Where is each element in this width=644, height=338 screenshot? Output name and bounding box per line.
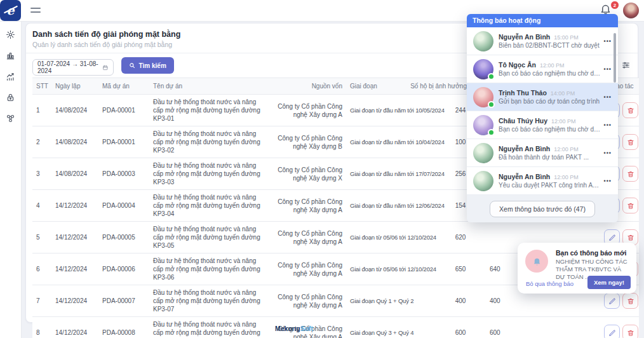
table-cell: Đầu tư hệ thống thoát nước và nâng cấp m… — [149, 254, 270, 285]
table-cell: Giai đoạn từ đầu năm tới 10/05/2024 — [346, 95, 435, 126]
more-options-button[interactable]: ••• — [604, 38, 612, 44]
table-cell: 14/08/2024 — [51, 95, 98, 126]
toast-title: Bạn có thông báo mới — [556, 249, 626, 257]
more-options-button[interactable]: ••• — [604, 94, 612, 100]
sidebar-item-analytics[interactable] — [0, 69, 21, 84]
bar-chart-icon — [6, 51, 15, 60]
sliders-icon — [622, 61, 630, 69]
notification-item[interactable]: Nguyễn An Bình15:00 PMBiên bản 02/BBNT-B… — [467, 27, 618, 55]
app-logo[interactable]: e — [0, 0, 21, 21]
table-cell: Đầu tư hệ thống thoát nước và nâng cấp m… — [149, 317, 270, 338]
table-cell: PDA-00001 — [98, 95, 149, 126]
date-range-value: 01-07-2024 → 31-08-2024 — [37, 60, 102, 74]
notification-item[interactable]: Nguyễn An Bình12:00 PMYêu cầu duyệt PAKT… — [467, 167, 618, 195]
toast-notification: Bạn có thông báo mới NGHIỆM THU CÔNG TÁC… — [518, 243, 636, 294]
table-cell: PDA-00007 — [98, 285, 149, 317]
calendar-icon — [102, 64, 109, 71]
search-button[interactable]: Tìm kiếm — [121, 57, 173, 74]
table-cell: Công ty Cổ phần Công nghệ Xây dựng A — [270, 222, 346, 254]
notification-time: 12:00 PM — [540, 62, 565, 69]
table-cell: PDA-00006 — [98, 254, 149, 285]
table-cell: 600 — [435, 317, 486, 338]
edit-button[interactable] — [604, 293, 620, 309]
notification-message: Bạn có báo cáo nghiệm thu chờ duyệt — [499, 70, 601, 77]
table-cell: Đầu tư hệ thống thoát nước và nâng cấp m… — [149, 126, 270, 158]
more-options-button[interactable]: ••• — [604, 178, 612, 184]
sidebar-item-reports[interactable] — [0, 48, 21, 63]
table-cell: Công ty Cổ phần Công nghệ Xây dựng B — [270, 126, 346, 158]
user-avatar[interactable] — [623, 3, 639, 18]
lock-icon — [6, 93, 15, 102]
delete-button[interactable] — [622, 293, 638, 309]
delete-button[interactable] — [622, 134, 638, 150]
notification-message: Gửi bạn báo cáo dự toán công trình — [499, 98, 601, 105]
edit-button[interactable] — [604, 325, 620, 338]
table-cell: 640 — [486, 254, 516, 285]
table-cell: 2 — [32, 126, 51, 158]
table-cell: 14/12/2024 — [51, 222, 98, 254]
scrollbar-thumb[interactable] — [614, 33, 616, 83]
more-options-button[interactable]: ••• — [604, 122, 612, 128]
notification-sender: Nguyễn An Bình — [499, 33, 550, 41]
sidebar-item-security[interactable] — [0, 90, 21, 105]
table-cell: Đầu tư hệ thống thoát nước và nâng cấp m… — [149, 222, 270, 254]
delete-button[interactable] — [622, 325, 638, 338]
notification-time: 12:00 PM — [554, 174, 579, 180]
notification-message: Bạn có báo cáo nghiệm thu chờ duyệt — [499, 126, 601, 133]
notification-avatar — [473, 143, 493, 163]
table-cell: 1 — [32, 95, 51, 126]
brand-primary: Mekong — [275, 325, 300, 332]
more-options-button[interactable]: ••• — [604, 150, 612, 156]
table-cell: PDA-00003 — [98, 158, 149, 190]
notification-panel: Thông báo hoạt động Nguyễn An Bình15:00 … — [467, 14, 618, 222]
table-cell: Đầu tư hệ thống thoát nước và nâng cấp m… — [149, 285, 270, 317]
column-header: Tên dự án — [149, 78, 270, 95]
table-cell: Giai đoạn từ đầu năm tới 10/04/2024 — [346, 126, 435, 158]
gear-icon — [6, 30, 15, 39]
table-settings-button[interactable] — [622, 61, 630, 69]
table-cell: Công ty Cổ phần Công nghệ Xây dựng X — [270, 158, 346, 190]
table-cell: 14/08/2024 — [51, 158, 98, 190]
table-cell: 7 — [32, 285, 51, 317]
notification-item[interactable]: Tô Ngọc Ân12:00 PMBạn có báo cáo nghiệm … — [467, 55, 618, 83]
view-now-button[interactable]: Xem ngay! — [587, 276, 631, 289]
notification-item[interactable]: Trịnh Thu Thảo14:00 PMGửi bạn báo cáo dự… — [467, 83, 618, 111]
table-cell: 8 — [32, 317, 51, 338]
table-cell: Công ty Cổ phần Công nghệ Xây dựng A — [270, 190, 346, 222]
table-cell: 14/12/2024 — [51, 190, 98, 222]
delete-button[interactable] — [622, 198, 638, 213]
table-cell: Giai đoạn Quý 1 + Quý 2 — [346, 285, 435, 317]
table-cell: Giai đoạn từ đầu năm tới 17/07/2024 — [346, 158, 435, 190]
table-cell: 3 — [32, 158, 51, 190]
menu-toggle-button[interactable] — [30, 8, 41, 15]
table-cell: 6 — [32, 254, 51, 285]
table-cell: 14/12/2024 — [51, 317, 98, 338]
sidebar — [0, 21, 22, 338]
sidebar-item-integrations[interactable] — [0, 111, 21, 126]
mekongsoft-logo: MekongSoft — [275, 325, 313, 332]
date-range-input[interactable]: 01-07-2024 → 31-08-2024 — [32, 59, 114, 76]
table-cell: 14/12/2024 — [51, 285, 98, 317]
notification-sender: Châu Thúy Huy — [499, 117, 547, 125]
toast-bell-icon — [525, 250, 548, 273]
sidebar-item-settings[interactable] — [0, 27, 21, 42]
more-options-button[interactable]: ••• — [604, 66, 612, 72]
table-cell: Công ty Cổ phần Công nghệ Xây dựng A — [270, 285, 346, 317]
notification-avatar — [473, 171, 493, 191]
table-cell: Công ty Cổ phần Công nghệ Xây dựng A — [270, 95, 346, 126]
view-older-notifications-button[interactable]: Xem thông báo trước đó (47) — [490, 201, 595, 217]
column-header: Mã dự án — [98, 78, 149, 95]
notification-avatar — [473, 87, 493, 107]
trend-chart-icon — [6, 72, 15, 81]
notification-item[interactable]: Nguyễn An Bình12:00 PMĐã hoàn thành dự t… — [467, 139, 618, 167]
dismiss-notification-link[interactable]: Bỏ qua thông báo — [526, 280, 574, 287]
table-cell: Giai đoạn từ 05/06 tới 12/10/2024 — [346, 222, 435, 254]
notification-time: 15:00 PM — [554, 34, 579, 41]
notification-item[interactable]: Châu Thúy Huy12:00 PMBạn có báo cáo nghi… — [467, 111, 618, 139]
delete-button[interactable] — [622, 166, 638, 182]
notification-list: Nguyễn An Bình15:00 PMBiên bản 02/BBNT-B… — [467, 27, 618, 195]
table-cell: PDA-00001 — [98, 126, 149, 158]
notification-sender: Trịnh Thu Thảo — [499, 89, 547, 97]
delete-button[interactable] — [622, 102, 638, 118]
table-cell: Công ty Cổ phần Công nghệ Xây dựng A — [270, 254, 346, 285]
